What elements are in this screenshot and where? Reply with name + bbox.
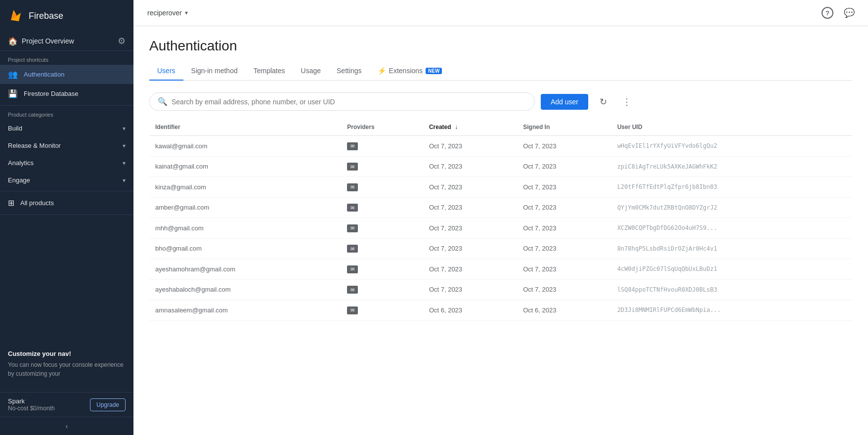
tab-sign-in-method[interactable]: Sign-in method (183, 62, 246, 81)
extensions-new-badge: NEW (426, 68, 442, 74)
cell-signed-in: Oct 7, 2023 (517, 177, 611, 198)
col-created[interactable]: Created ↓ (423, 119, 517, 136)
more-options-button[interactable]: ⋮ (618, 93, 636, 111)
project-overview-row[interactable]: 🏠 Project Overview ⚙ (0, 32, 133, 51)
email-provider-icon: ✉ (347, 245, 358, 253)
cell-signed-in: Oct 6, 2023 (517, 300, 611, 321)
users-toolbar: 🔍 Add user ↻ ⋮ (149, 92, 852, 111)
firebase-logo-icon (8, 8, 24, 24)
refresh-button[interactable]: ↻ (594, 93, 612, 111)
sidebar-item-authentication[interactable]: 👥 Authentication (0, 65, 133, 84)
divider-3 (0, 215, 133, 215)
table-row[interactable]: amber@gmail.com ✉ Oct 7, 2023 Oct 7, 202… (149, 197, 852, 218)
page-content: Authentication Users Sign-in method Temp… (133, 26, 868, 435)
email-provider-icon: ✉ (347, 163, 358, 171)
cell-providers: ✉ (341, 136, 423, 157)
cell-created: Oct 7, 2023 (423, 156, 517, 177)
project-shortcuts-label: Project shortcuts (0, 51, 133, 65)
cell-signed-in: Oct 7, 2023 (517, 259, 611, 280)
tab-users[interactable]: Users (149, 62, 183, 81)
cell-signed-in: Oct 7, 2023 (517, 156, 611, 177)
cell-providers: ✉ (341, 279, 423, 300)
cell-created: Oct 7, 2023 (423, 136, 517, 157)
cell-created: Oct 6, 2023 (423, 300, 517, 321)
cell-providers: ✉ (341, 300, 423, 321)
users-table: Identifier Providers Created ↓ Signed In… (149, 119, 852, 321)
tab-templates[interactable]: Templates (246, 62, 293, 81)
customize-nav-section: Customize your nav! You can now focus yo… (0, 342, 133, 392)
cell-signed-in: Oct 7, 2023 (517, 218, 611, 239)
top-bar: reciperover ▾ ? 💬 (133, 0, 868, 26)
table-header: Identifier Providers Created ↓ Signed In… (149, 119, 852, 136)
cell-uid: L20tFf6TfEdtPlqZfpr6jb8Ibn03 (611, 177, 852, 198)
cell-email: ayeshabaloch@gmail.com (149, 279, 341, 300)
upgrade-button[interactable]: Upgrade (90, 398, 126, 411)
table-row[interactable]: amnasaleem@gmail.com ✉ Oct 6, 2023 Oct 6… (149, 300, 852, 321)
all-products-item[interactable]: ⊞ All products (0, 193, 133, 213)
divider-2 (0, 191, 133, 191)
table-row[interactable]: ayeshabaloch@gmail.com ✉ Oct 7, 2023 Oct… (149, 279, 852, 300)
settings-icon[interactable]: ⚙ (118, 36, 126, 46)
sidebar-category-build[interactable]: Build ▾ (0, 120, 133, 137)
analytics-label: Analytics (8, 159, 34, 167)
sidebar-category-release-monitor[interactable]: Release & Monitor ▾ (0, 137, 133, 154)
plan-name: Spark (8, 397, 55, 405)
add-user-button[interactable]: Add user (541, 94, 588, 110)
col-providers: Providers (341, 119, 423, 136)
table-row[interactable]: kainat@gmail.com ✉ Oct 7, 2023 Oct 7, 20… (149, 156, 852, 177)
table-body: kawal@gmail.com ✉ Oct 7, 2023 Oct 7, 202… (149, 136, 852, 321)
cell-uid: 2D3Ji8MNMIRlFUPCd6EmWbNpia... (611, 300, 852, 321)
sidebar-category-engage[interactable]: Engage ▾ (0, 172, 133, 189)
chat-button[interactable]: 💬 (840, 4, 858, 22)
collapse-icon: ‹ (66, 422, 68, 430)
cell-email: amnasaleem@gmail.com (149, 300, 341, 321)
cell-signed-in: Oct 7, 2023 (517, 136, 611, 157)
cell-providers: ✉ (341, 197, 423, 218)
cell-uid: 8n78hqP5LsbdRsiDrOZjAr0Hc4v1 (611, 238, 852, 259)
table-row[interactable]: bho@gmail.com ✉ Oct 7, 2023 Oct 7, 2023 … (149, 238, 852, 259)
cell-providers: ✉ (341, 259, 423, 280)
cell-uid: wHqEvIEl1rYXfyUiVFYvdo6lgQu2 (611, 136, 852, 157)
chevron-down-icon: ▾ (123, 142, 126, 149)
plan-info: Spark No-cost $0/month (8, 397, 55, 412)
cell-created: Oct 7, 2023 (423, 238, 517, 259)
chevron-down-icon: ▾ (123, 125, 126, 132)
chat-icon: 💬 (844, 7, 855, 18)
sidebar-footer: Spark No-cost $0/month Upgrade (0, 392, 133, 417)
plan-cost: No-cost $0/month (8, 405, 55, 412)
cell-uid: QYjYm0CMk7dutZRBtQnO8DYZgrJ2 (611, 197, 852, 218)
email-provider-icon: ✉ (347, 142, 358, 150)
sidebar-item-authentication-label: Authentication (24, 71, 126, 78)
table-row[interactable]: kawal@gmail.com ✉ Oct 7, 2023 Oct 7, 202… (149, 136, 852, 157)
project-dropdown[interactable]: reciperover ▾ (143, 7, 192, 19)
cell-created: Oct 7, 2023 (423, 279, 517, 300)
sidebar-item-firestore[interactable]: 💾 Firestore Database (0, 84, 133, 103)
app-name: Firebase (29, 11, 63, 21)
cell-signed-in: Oct 7, 2023 (517, 279, 611, 300)
tab-settings[interactable]: Settings (329, 62, 370, 81)
sidebar-header: Firebase (0, 0, 133, 32)
home-icon: 🏠 (8, 37, 18, 46)
all-products-label: All products (20, 199, 54, 207)
sidebar-collapse-button[interactable]: ‹ (0, 417, 133, 435)
cell-created: Oct 7, 2023 (423, 197, 517, 218)
tab-extensions[interactable]: ⚡ Extensions NEW (370, 62, 450, 81)
tab-usage[interactable]: Usage (293, 62, 329, 81)
sidebar-category-analytics[interactable]: Analytics ▾ (0, 154, 133, 172)
project-dropdown-label: reciperover (147, 9, 182, 17)
sort-icon: ↓ (455, 124, 458, 130)
search-input[interactable] (172, 98, 526, 106)
col-user-uid: User UID (611, 119, 852, 136)
cell-created: Oct 7, 2023 (423, 218, 517, 239)
email-provider-icon: ✉ (347, 306, 358, 314)
help-button[interactable]: ? (819, 4, 836, 22)
table-row[interactable]: mhh@gmail.com ✉ Oct 7, 2023 Oct 7, 2023 … (149, 218, 852, 239)
top-bar-right: ? 💬 (819, 4, 858, 22)
email-provider-icon: ✉ (347, 224, 358, 232)
cell-providers: ✉ (341, 156, 423, 177)
main-content: reciperover ▾ ? 💬 Authentication Users S… (133, 0, 868, 435)
build-label: Build (8, 125, 22, 132)
table-row[interactable]: ayeshamohram@gmail.com ✉ Oct 7, 2023 Oct… (149, 259, 852, 280)
cell-created: Oct 7, 2023 (423, 177, 517, 198)
table-row[interactable]: kinza@gmail.com ✉ Oct 7, 2023 Oct 7, 202… (149, 177, 852, 198)
